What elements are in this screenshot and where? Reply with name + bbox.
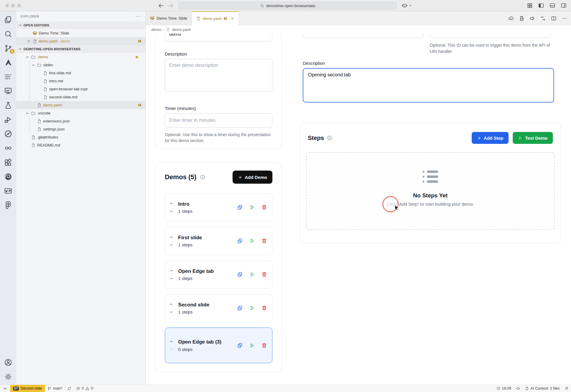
close-tab-icon[interactable] [230, 16, 235, 21]
move-demo-down-icon[interactable] [169, 209, 173, 213]
add-step-button[interactable]: Add Step [472, 132, 509, 144]
tab-demo-time-slide[interactable]: Demo Time: Slide [146, 11, 192, 25]
tree-item[interactable]: open-browser-tab.scpt [16, 85, 145, 93]
demo-card[interactable]: Open Edge tab 1 steps [165, 260, 272, 289]
problems-item[interactable]: 0 0 [74, 385, 95, 392]
minimize-window-button[interactable] [11, 4, 15, 7]
tree-item[interactable]: slides [16, 61, 145, 69]
run-demo-icon[interactable] [249, 238, 255, 244]
tree-item[interactable]: extensions.json [16, 117, 145, 125]
command-center-search[interactable]: demotime-open-browsertabs [178, 2, 397, 10]
delete-demo-icon[interactable] [261, 271, 267, 278]
customize-layout-icon[interactable] [527, 2, 533, 9]
workspace-header[interactable]: DEMOTIME-OPEN-BROWSERTABS [16, 45, 145, 53]
tree-item[interactable]: intro.md [16, 77, 145, 85]
demo-description-input[interactable] [165, 59, 272, 92]
delete-demo-icon[interactable] [261, 305, 267, 311]
figma-icon[interactable] [4, 201, 12, 210]
test-demo-button[interactable]: Test Demo [513, 132, 553, 144]
duplicate-demo-icon[interactable] [237, 238, 243, 244]
infinity-extension-icon[interactable] [4, 144, 12, 152]
views-more-actions-icon[interactable]: ··· [136, 14, 141, 19]
demo-card[interactable]: Intro 1 steps [165, 193, 272, 221]
breadcrumb-file[interactable]: demo.yaml [172, 27, 191, 32]
tree-item[interactable]: first-slide.md [16, 69, 145, 77]
info-icon[interactable] [200, 174, 205, 180]
demo-time-icon[interactable]: DT [4, 87, 12, 95]
run-demo-icon[interactable] [249, 305, 255, 311]
open-editors-header[interactable]: OPEN EDITORS [16, 21, 145, 29]
copilot-status-item[interactable] [514, 385, 523, 392]
demo-card[interactable]: First slide 1 steps [165, 227, 272, 255]
duplicate-demo-icon[interactable] [237, 305, 243, 311]
tree-item[interactable]: demo.yaml M [16, 101, 145, 109]
run-demo-icon[interactable] [249, 342, 255, 349]
compare-changes-icon[interactable] [540, 15, 546, 21]
copilot-menu-button[interactable] [401, 2, 412, 9]
breadcrumb[interactable]: .demo › demo.yaml [146, 25, 571, 34]
move-demo-up-icon[interactable] [169, 235, 173, 239]
screencast-icon[interactable] [4, 187, 12, 195]
info-icon[interactable] [327, 135, 332, 141]
run-demo-icon[interactable] [249, 271, 255, 278]
sync-changes-item[interactable] [65, 385, 74, 392]
move-demo-down-icon[interactable] [169, 243, 173, 247]
demo-time-status-item[interactable]: DT Second slide [10, 385, 45, 392]
delete-demo-icon[interactable] [261, 204, 267, 210]
more-actions-icon[interactable] [561, 15, 567, 21]
move-demo-down-icon[interactable] [169, 310, 173, 314]
extensions-box-icon[interactable] [4, 158, 12, 167]
notifications-item[interactable] [562, 385, 571, 392]
toggle-panel-icon[interactable] [549, 2, 556, 9]
announcement-icon[interactable] [529, 15, 535, 21]
demo-id-input[interactable] [165, 34, 272, 41]
settings-gear-icon[interactable] [4, 372, 12, 381]
move-demo-up-icon[interactable] [169, 339, 173, 344]
tree-item[interactable]: settings.json [16, 125, 145, 133]
expand-icon[interactable] [31, 63, 35, 67]
split-editor-icon[interactable] [551, 15, 557, 21]
cloud-download-icon[interactable] [508, 15, 514, 21]
open-source-file-icon[interactable] [519, 15, 525, 21]
duplicate-demo-icon[interactable] [237, 204, 243, 210]
tree-item[interactable]: .gitattributes [16, 133, 145, 141]
move-demo-down-icon[interactable] [169, 276, 173, 281]
demo-description-input-focused[interactable]: Opening second tab [303, 68, 554, 103]
azure-icon[interactable] [4, 58, 12, 67]
run-debug-icon[interactable] [4, 115, 12, 124]
git-branch-item[interactable]: main* [45, 385, 65, 392]
demo-title-input-partial[interactable] [303, 34, 423, 38]
move-demo-up-icon[interactable] [169, 302, 173, 306]
demo-card[interactable]: Second slide 1 steps [165, 294, 272, 322]
move-demo-down-icon[interactable] [169, 347, 173, 351]
duplicate-demo-icon[interactable] [237, 271, 243, 278]
tree-item[interactable]: .demo [16, 53, 145, 61]
open-editor-row[interactable]: Demo Time: Slide [16, 29, 145, 37]
move-demo-up-icon[interactable] [169, 201, 173, 206]
delete-demo-icon[interactable] [261, 342, 267, 349]
tree-item[interactable]: second-slide.md [16, 93, 145, 101]
tab-demo-yaml[interactable]: demo.yaml M [192, 11, 239, 25]
edge-browser-icon[interactable] [4, 172, 12, 181]
outline-list-icon[interactable] [4, 73, 12, 81]
window-controls[interactable] [5, 4, 21, 7]
tree-item[interactable]: .vscode [16, 109, 145, 117]
demo-card[interactable]: Open Edge tab (3) 0 steps [165, 328, 272, 363]
expand-icon[interactable] [25, 111, 29, 115]
maximize-window-button[interactable] [17, 4, 21, 7]
remote-indicator[interactable] [0, 385, 10, 392]
run-demo-icon[interactable] [249, 204, 255, 210]
accounts-icon[interactable] [4, 358, 12, 367]
search-view-icon[interactable] [4, 30, 12, 38]
add-demo-button[interactable]: Add Demo [233, 171, 272, 184]
delete-demo-icon[interactable] [261, 238, 267, 244]
toggle-primary-sidebar-icon[interactable] [538, 2, 544, 9]
explorer-icon[interactable] [4, 15, 12, 24]
toggle-secondary-sidebar-icon[interactable] [561, 2, 567, 9]
duplicate-demo-icon[interactable] [237, 342, 243, 349]
close-window-button[interactable] [5, 4, 9, 7]
expand-icon[interactable] [25, 55, 29, 59]
testing-icon[interactable] [4, 101, 12, 110]
navigate-forward-icon[interactable] [168, 2, 174, 9]
timer-input[interactable] [165, 113, 272, 127]
